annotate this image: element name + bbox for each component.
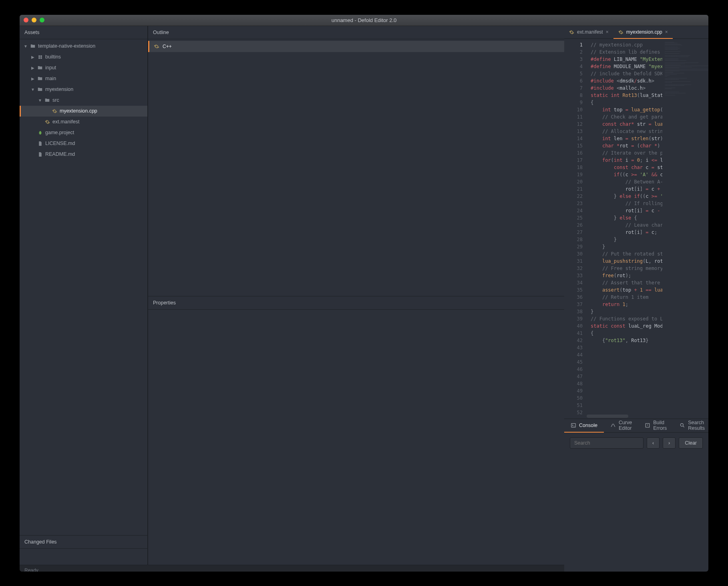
- properties-header: Properties: [148, 296, 564, 310]
- console-tab-label: Curve Editor: [619, 420, 632, 431]
- chevron-right-icon[interactable]: ▶: [31, 66, 35, 70]
- bug-icon: [37, 130, 43, 135]
- tree-item-label: LICENSE.md: [45, 141, 75, 146]
- tree-item-label: builtins: [45, 54, 61, 60]
- chevron-down-icon[interactable]: ▼: [31, 87, 35, 92]
- tree-item-src[interactable]: ▼src: [20, 95, 147, 106]
- outline-body: C++: [148, 39, 564, 296]
- tab-ext-manifest[interactable]: ext.manifest×: [564, 26, 613, 38]
- changed-files-body: [20, 549, 147, 565]
- tree-item-label: ext.manifest: [52, 119, 79, 125]
- tree-item-label: game.project: [45, 130, 74, 135]
- status-bar: Ready: [20, 565, 564, 572]
- tree-item-readme-md[interactable]: README.md: [20, 149, 147, 160]
- console-tabs: ConsoleCurve EditorBuild ErrorsSearch Re…: [564, 419, 708, 433]
- close-icon[interactable]: ×: [606, 29, 609, 35]
- search-prev-button[interactable]: ‹: [647, 437, 660, 449]
- outline-header: Outline: [148, 26, 564, 39]
- console-clear-button[interactable]: Clear: [679, 437, 703, 449]
- outline-item-cpp[interactable]: C++: [148, 41, 564, 52]
- code-editor[interactable]: 1234567891011121314151617181920212223242…: [564, 39, 708, 419]
- code-area[interactable]: // myextension.cpp// Extension lib defin…: [587, 39, 662, 419]
- builtins-icon: [37, 54, 43, 60]
- tree-item-template-native-extension[interactable]: ▼template-native-extension: [20, 41, 147, 52]
- tree-item-game-project[interactable]: game.project: [20, 127, 147, 138]
- tab-label: myextension.cpp: [626, 29, 662, 35]
- chevron-down-icon[interactable]: ▼: [24, 44, 28, 48]
- tree-item-label: src: [52, 97, 59, 103]
- folder-icon: [37, 76, 43, 81]
- tree-item-input[interactable]: ▶input: [20, 62, 147, 73]
- horizontal-scrollbar[interactable]: [587, 414, 662, 419]
- close-window-button[interactable]: [24, 18, 28, 22]
- chevron-right-icon[interactable]: ▶: [31, 77, 35, 81]
- scrollbar-thumb[interactable]: [587, 415, 628, 418]
- gear-icon: [618, 30, 623, 35]
- folder-icon: [37, 65, 43, 70]
- curve-icon: [610, 423, 616, 428]
- gear-icon: [44, 119, 50, 125]
- console-icon: [571, 423, 576, 428]
- center-panel: ext.manifest×myextension.cpp× 1234567891…: [564, 26, 708, 543]
- errors-icon: [645, 423, 650, 428]
- tree-item-label: main: [45, 76, 56, 81]
- tree-item-myextension[interactable]: ▼myextension: [20, 84, 147, 95]
- svg-rect-0: [571, 423, 576, 427]
- tree-item-label: input: [45, 65, 56, 70]
- zoom-window-button[interactable]: [40, 18, 44, 22]
- minimize-window-button[interactable]: [32, 18, 36, 22]
- tree-item-label: myextension: [45, 87, 73, 92]
- folder-icon: [44, 97, 50, 103]
- minimap[interactable]: ▬▬▬▬▬▬▬▬▬▬▬▬▬▬▬▬▬▬ ▬▬▬▬▬▬▬▬▬▬▬▬▬▬▬▬▬▬▬▬▬…: [662, 39, 708, 419]
- assets-header: Assets: [20, 26, 147, 39]
- console-tab-build-errors[interactable]: Build Errors: [638, 419, 673, 432]
- editor-tabs: ext.manifest×myextension.cpp×: [564, 26, 708, 39]
- tree-item-main[interactable]: ▶main: [20, 73, 147, 84]
- right-panel: Outline C++ Properties: [148, 26, 564, 565]
- app-window: unnamed - Defold Editor 2.0 Assets ▼temp…: [20, 15, 708, 572]
- tree-item-license-md[interactable]: LICENSE.md: [20, 138, 147, 149]
- search-next-button[interactable]: ›: [663, 437, 676, 449]
- gear-icon: [569, 30, 574, 35]
- console-tab-label: Build Errors: [653, 420, 667, 431]
- tab-label: ext.manifest: [577, 29, 603, 35]
- tree-item-builtins[interactable]: ▶builtins: [20, 52, 147, 62]
- tree-item-myextension-cpp[interactable]: myextension.cpp: [20, 106, 147, 117]
- changed-files-header: Changed Files: [20, 535, 147, 549]
- outline-item-label: C++: [163, 44, 172, 49]
- tree-item-label: myextension.cpp: [60, 108, 97, 114]
- close-icon[interactable]: ×: [665, 29, 668, 35]
- file-icon: [37, 141, 43, 146]
- window-controls: [24, 18, 44, 22]
- console-panel: ConsoleCurve EditorBuild ErrorsSearch Re…: [564, 419, 708, 543]
- tab-myextension-cpp[interactable]: myextension.cpp×: [613, 26, 673, 38]
- console-body: ‹ › Clear: [564, 433, 708, 543]
- console-tab-curve-editor[interactable]: Curve Editor: [604, 419, 638, 432]
- search-icon: [680, 423, 685, 428]
- gear-icon: [52, 108, 57, 114]
- line-gutter: 1234567891011121314151617181920212223242…: [564, 39, 587, 419]
- gear-icon: [154, 44, 159, 49]
- console-tab-label: Console: [579, 423, 597, 428]
- svg-point-2: [681, 423, 684, 426]
- console-tab-search-results[interactable]: Search Results: [673, 419, 708, 432]
- console-tab-label: Search Results: [688, 420, 705, 431]
- folder-icon: [37, 87, 43, 92]
- tree-item-label: template-native-extension: [38, 43, 95, 49]
- folder-icon: [30, 43, 36, 49]
- status-text: Ready: [24, 568, 38, 572]
- left-panel: Assets ▼template-native-extension▶builti…: [20, 26, 148, 565]
- console-tab-console[interactable]: Console: [564, 419, 604, 432]
- window-title: unnamed - Defold Editor 2.0: [332, 17, 397, 23]
- chevron-right-icon[interactable]: ▶: [31, 55, 35, 59]
- file-icon: [37, 151, 43, 157]
- tree-item-ext-manifest[interactable]: ext.manifest: [20, 117, 147, 127]
- properties-body: [148, 310, 564, 565]
- assets-tree[interactable]: ▼template-native-extension▶builtins▶inpu…: [20, 39, 147, 535]
- tree-item-label: README.md: [45, 151, 75, 157]
- chevron-down-icon[interactable]: ▼: [38, 98, 42, 103]
- titlebar: unnamed - Defold Editor 2.0: [20, 15, 708, 26]
- console-search-input[interactable]: [570, 437, 644, 449]
